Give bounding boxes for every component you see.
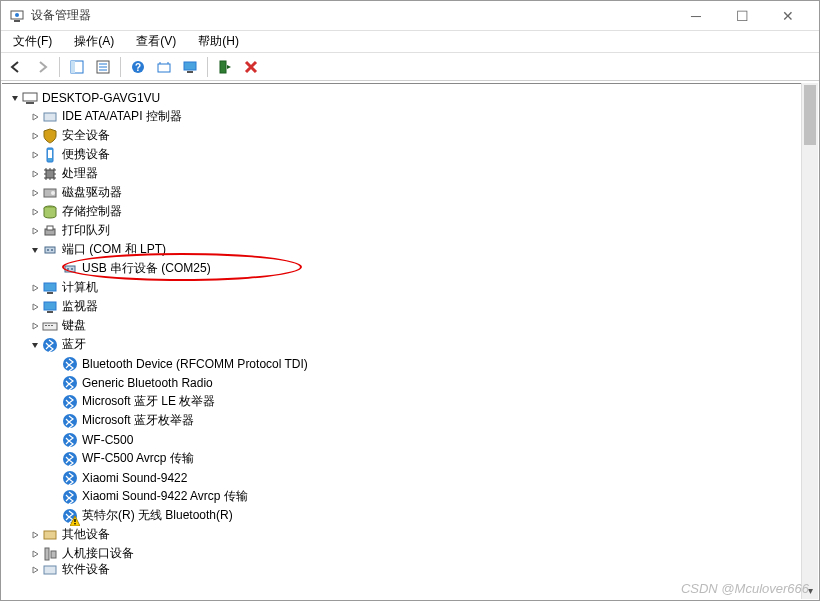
tree-node[interactable]: Microsoft 蓝牙 LE 枚举器 [4, 392, 816, 411]
scroll-down-icon[interactable]: ▾ [802, 582, 818, 599]
twisty-icon[interactable] [48, 452, 62, 466]
twisty-icon[interactable] [8, 91, 22, 105]
device-icon [42, 242, 58, 258]
tree-node[interactable]: IDE ATA/ATAPI 控制器 [4, 107, 816, 126]
tree-node[interactable]: 监视器 [4, 297, 816, 316]
twisty-icon[interactable] [28, 528, 42, 542]
twisty-icon[interactable] [48, 471, 62, 485]
minimize-button[interactable]: ─ [673, 1, 719, 31]
tree-node[interactable]: USB 串行设备 (COM25) [4, 259, 816, 278]
maximize-button[interactable]: ☐ [719, 1, 765, 31]
menu-help[interactable]: 帮助(H) [192, 31, 245, 52]
tree-node[interactable]: 安全设备 [4, 126, 816, 145]
device-icon [62, 356, 78, 372]
twisty-icon[interactable] [28, 547, 42, 561]
tree-node[interactable]: 便携设备 [4, 145, 816, 164]
twisty-icon[interactable] [28, 319, 42, 333]
properties-button[interactable] [92, 56, 114, 78]
tree-node[interactable]: WF-C500 Avrcp 传输 [4, 449, 816, 468]
svg-rect-51 [74, 523, 75, 524]
show-hide-tree-button[interactable] [66, 56, 88, 78]
twisty-icon[interactable] [48, 376, 62, 390]
tree-node[interactable]: 软件设备 [4, 563, 816, 576]
node-label: WF-C500 [82, 433, 133, 447]
svg-rect-12 [184, 62, 196, 70]
svg-rect-53 [45, 548, 49, 560]
tree-node[interactable]: 磁盘驱动器 [4, 183, 816, 202]
twisty-icon[interactable] [48, 433, 62, 447]
twisty-icon[interactable] [48, 509, 62, 523]
svg-rect-52 [44, 531, 56, 539]
tree-node[interactable]: 打印队列 [4, 221, 816, 240]
node-label: USB 串行设备 (COM25) [82, 260, 211, 277]
node-label: Generic Bluetooth Radio [82, 376, 213, 390]
twisty-icon[interactable] [28, 129, 42, 143]
twisty-icon[interactable] [48, 414, 62, 428]
node-label: 便携设备 [62, 146, 110, 163]
node-label: 端口 (COM 和 LPT) [62, 241, 166, 258]
tree-node[interactable]: 计算机 [4, 278, 816, 297]
tree-node[interactable]: 英特尔(R) 无线 Bluetooth(R) [4, 506, 816, 525]
tree-node[interactable]: Generic Bluetooth Radio [4, 373, 816, 392]
close-button[interactable]: ✕ [765, 1, 811, 31]
tree-node[interactable]: 人机接口设备 [4, 544, 816, 563]
menu-action[interactable]: 操作(A) [68, 31, 120, 52]
svg-point-31 [71, 268, 73, 270]
node-label: 计算机 [62, 279, 98, 296]
twisty-icon[interactable] [28, 563, 42, 577]
help-button[interactable]: ? [127, 56, 149, 78]
twisty-icon[interactable] [48, 262, 62, 276]
svg-rect-39 [51, 325, 53, 326]
node-label: 处理器 [62, 165, 98, 182]
twisty-icon[interactable] [28, 186, 42, 200]
twisty-icon[interactable] [28, 148, 42, 162]
tree-node[interactable]: Microsoft 蓝牙枚举器 [4, 411, 816, 430]
device-tree[interactable]: DESKTOP-GAVG1VUIDE ATA/ATAPI 控制器安全设备便携设备… [2, 84, 818, 599]
node-label: 监视器 [62, 298, 98, 315]
forward-button[interactable] [31, 56, 53, 78]
twisty-icon[interactable] [28, 338, 42, 352]
tree-node[interactable]: Bluetooth Device (RFCOMM Protocol TDI) [4, 354, 816, 373]
node-label: Xiaomi Sound-9422 Avrcp 传输 [82, 488, 248, 505]
device-icon [42, 299, 58, 315]
device-icon [42, 128, 58, 144]
tree-node[interactable]: DESKTOP-GAVG1VU [4, 88, 816, 107]
tree-node[interactable]: 端口 (COM 和 LPT) [4, 240, 816, 259]
svg-point-28 [51, 249, 53, 251]
menu-file[interactable]: 文件(F) [7, 31, 58, 52]
enable-device-button[interactable] [214, 56, 236, 78]
scrollbar-thumb[interactable] [804, 85, 816, 145]
node-label: 安全设备 [62, 127, 110, 144]
device-icon [42, 318, 58, 334]
twisty-icon[interactable] [48, 357, 62, 371]
tree-node[interactable]: WF-C500 [4, 430, 816, 449]
twisty-icon[interactable] [28, 205, 42, 219]
scrollbar[interactable]: ▴ ▾ [801, 83, 818, 599]
tree-node[interactable]: 键盘 [4, 316, 816, 335]
device-icon [42, 223, 58, 239]
tree-node[interactable]: Xiaomi Sound-9422 Avrcp 传输 [4, 487, 816, 506]
tree-node[interactable]: Xiaomi Sound-9422 [4, 468, 816, 487]
node-label: 打印队列 [62, 222, 110, 239]
tree-node[interactable]: 处理器 [4, 164, 816, 183]
svg-rect-36 [43, 323, 57, 330]
twisty-icon[interactable] [28, 281, 42, 295]
disable-device-button[interactable] [240, 56, 262, 78]
twisty-icon[interactable] [28, 224, 42, 238]
monitor-button[interactable] [179, 56, 201, 78]
twisty-icon[interactable] [48, 490, 62, 504]
svg-rect-33 [47, 292, 53, 294]
svg-rect-25 [47, 226, 53, 230]
twisty-icon[interactable] [28, 110, 42, 124]
twisty-icon[interactable] [28, 167, 42, 181]
tree-node[interactable]: 存储控制器 [4, 202, 816, 221]
menu-view[interactable]: 查看(V) [130, 31, 182, 52]
twisty-icon[interactable] [28, 300, 42, 314]
twisty-icon[interactable] [48, 395, 62, 409]
tree-node[interactable]: 蓝牙 [4, 335, 816, 354]
twisty-icon[interactable] [28, 243, 42, 257]
scan-hardware-button[interactable] [153, 56, 175, 78]
tree-node[interactable]: 其他设备 [4, 525, 816, 544]
separator [59, 57, 60, 77]
back-button[interactable] [5, 56, 27, 78]
